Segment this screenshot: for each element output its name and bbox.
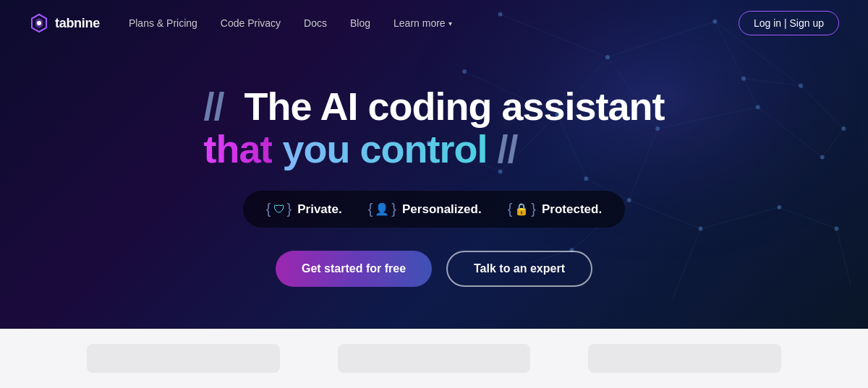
person-icon: 👤 (375, 202, 389, 216)
badge-personalized-label: Personalized. (402, 202, 482, 217)
hero-title: // The AI coding assistant that you cont… (203, 85, 664, 171)
logo-text: tabnine (55, 16, 100, 31)
nav-links: Plans & Pricing Code Privacy Docs Blog L… (129, 17, 739, 29)
hero-title-line2: that you control // (203, 128, 664, 171)
nav-blog[interactable]: Blog (350, 17, 370, 29)
nav-plans-pricing[interactable]: Plans & Pricing (129, 17, 197, 29)
badge-personalized-brace: { 👤 } (368, 201, 396, 217)
badge-protected: { 🔒 } Protected. (508, 201, 603, 217)
logo-icon (29, 13, 49, 33)
nav-code-privacy[interactable]: Code Privacy (221, 17, 281, 29)
bottom-card-1 (87, 344, 280, 373)
nav-learn-more-label: Learn more (393, 17, 446, 29)
nav-learn-more[interactable]: Learn more ▾ (393, 17, 452, 29)
badge-protected-brace: { 🔒 } (508, 201, 536, 217)
shield-icon: 🛡 (273, 203, 285, 216)
chevron-down-icon: ▾ (448, 20, 452, 27)
nav-docs[interactable]: Docs (304, 17, 327, 29)
svg-point-43 (835, 227, 839, 231)
svg-point-35 (777, 205, 781, 210)
badge-private: { 🛡 } Private. (266, 201, 342, 217)
talk-to-expert-button[interactable]: Talk to an expert (446, 251, 592, 287)
svg-point-34 (699, 227, 703, 231)
login-signup-button[interactable]: Log in | Sign up (739, 11, 839, 35)
svg-point-36 (462, 69, 467, 74)
hero-title-text: The AI coding assistant (244, 85, 664, 128)
lock-icon: 🔒 (514, 202, 529, 216)
hero-title-that: that (203, 128, 272, 171)
hero-title-line1: // The AI coding assistant (203, 85, 664, 128)
svg-point-27 (605, 55, 610, 59)
hero-content: // The AI coding assistant that you cont… (203, 85, 664, 288)
hero-section: tabnine Plans & Pricing Code Privacy Doc… (0, 0, 868, 329)
bottom-card-2 (338, 344, 531, 373)
bottom-card-3 (588, 344, 781, 373)
svg-point-39 (741, 77, 746, 81)
badge-private-label: Private. (297, 202, 341, 217)
badge-personalized: { 👤 } Personalized. (368, 201, 482, 217)
bottom-section (0, 329, 868, 388)
cta-buttons: Get started for free Talk to an expert (276, 251, 592, 287)
svg-point-32 (820, 155, 825, 160)
badge-private-brace: { 🛡 } (266, 201, 292, 217)
svg-point-31 (756, 105, 760, 109)
logo[interactable]: tabnine (29, 13, 100, 33)
svg-point-42 (841, 126, 846, 131)
get-started-button[interactable]: Get started for free (276, 251, 432, 287)
hero-title-you-control: you control (282, 128, 487, 171)
badge-protected-label: Protected. (542, 202, 602, 217)
slashes-suffix: // (497, 128, 517, 171)
slashes-prefix: // (203, 85, 224, 128)
svg-point-47 (37, 21, 41, 25)
svg-point-29 (799, 84, 803, 88)
navigation: tabnine Plans & Pricing Code Privacy Doc… (0, 0, 868, 46)
feature-badges: { 🛡 } Private. { 👤 } Personalized. { 🔒 (243, 191, 625, 228)
